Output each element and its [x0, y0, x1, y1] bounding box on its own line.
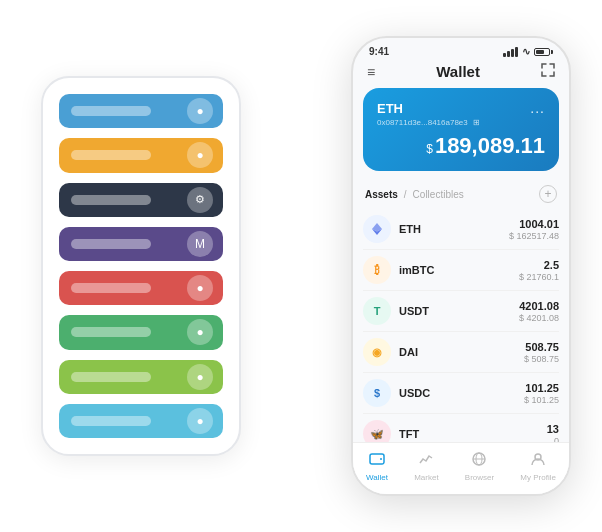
- card-icon-orange: ●: [187, 142, 213, 168]
- bg-phone: ● ● ⚙ M ● ● ● ●: [41, 76, 241, 456]
- market-nav-label: Market: [414, 473, 438, 482]
- wallet-nav-icon: [369, 451, 385, 471]
- imbtc-coin-icon: ₿: [363, 256, 391, 284]
- market-nav-icon: [418, 451, 434, 471]
- list-item: 🦋 TFT 13 0: [363, 414, 559, 442]
- wifi-icon: ∿: [522, 46, 530, 57]
- tft-name: TFT: [399, 428, 547, 440]
- wallet-balance: $189,089.11: [377, 133, 545, 159]
- bottom-nav: Wallet Market: [353, 442, 569, 494]
- wallet-nav-label: Wallet: [366, 473, 388, 482]
- card-row-lightblue: ●: [59, 404, 223, 438]
- dai-values: 508.75 $ 508.75: [524, 341, 559, 364]
- menu-icon[interactable]: ≡: [367, 64, 375, 80]
- eth-usd: $ 162517.48: [509, 231, 559, 241]
- card-icon-red: ●: [187, 275, 213, 301]
- card-icon-lightblue: ●: [187, 408, 213, 434]
- address-copy-icon[interactable]: ⊞: [473, 118, 480, 127]
- scene: ● ● ⚙ M ● ● ● ●: [11, 11, 591, 521]
- usdt-values: 4201.08 $ 4201.08: [519, 300, 559, 323]
- expand-icon[interactable]: [541, 63, 555, 80]
- usdt-usd: $ 4201.08: [519, 313, 559, 323]
- list-item: $ USDC 101.25 $ 101.25: [363, 373, 559, 414]
- dai-coin-icon: ◉: [363, 338, 391, 366]
- tft-values: 13 0: [547, 423, 559, 443]
- tft-coin-icon: 🦋: [363, 420, 391, 442]
- eth-amount: 1004.01: [509, 218, 559, 230]
- imbtc-name: imBTC: [399, 264, 519, 276]
- card-row-blue: ●: [59, 94, 223, 128]
- add-asset-button[interactable]: +: [539, 185, 557, 203]
- imbtc-usd: $ 21760.1: [519, 272, 559, 282]
- nav-wallet[interactable]: Wallet: [366, 451, 388, 482]
- card-row-green: ●: [59, 315, 223, 349]
- tab-collectibles[interactable]: Collectibles: [413, 189, 464, 200]
- profile-nav-label: My Profile: [520, 473, 556, 482]
- usdc-values: 101.25 $ 101.25: [524, 382, 559, 405]
- card-row-lightgreen: ●: [59, 360, 223, 394]
- browser-nav-label: Browser: [465, 473, 494, 482]
- tft-amount: 13: [547, 423, 559, 435]
- signal-icon: [503, 47, 518, 57]
- eth-values: 1004.01 $ 162517.48: [509, 218, 559, 241]
- wallet-more-button[interactable]: ...: [530, 100, 545, 116]
- usdc-amount: 101.25: [524, 382, 559, 394]
- dai-name: DAI: [399, 346, 524, 358]
- card-icon-lightgreen: ●: [187, 364, 213, 390]
- dai-usd: $ 508.75: [524, 354, 559, 364]
- card-row-dark: ⚙: [59, 183, 223, 217]
- status-icons: ∿: [503, 46, 553, 57]
- phone-header: ≡ Wallet: [353, 61, 569, 88]
- assets-tabs: Assets / Collectibles: [365, 189, 464, 200]
- card-icon-purple: M: [187, 231, 213, 257]
- card-row-purple: M: [59, 227, 223, 261]
- card-icon-dark: ⚙: [187, 187, 213, 213]
- header-title: Wallet: [436, 63, 480, 80]
- list-item: ₿ imBTC 2.5 $ 21760.1: [363, 250, 559, 291]
- assets-header: Assets / Collectibles +: [353, 181, 569, 209]
- card-icon-blue: ●: [187, 98, 213, 124]
- nav-market[interactable]: Market: [414, 451, 438, 482]
- wallet-address: 0x08711d3e...8416a78e3 ⊞: [377, 118, 545, 127]
- front-phone: 9:41 ∿: [351, 36, 571, 496]
- list-item: ETH 1004.01 $ 162517.48: [363, 209, 559, 250]
- asset-list: ETH 1004.01 $ 162517.48 ₿ imBTC 2.5 $ 21…: [353, 209, 569, 442]
- list-item: T USDT 4201.08 $ 4201.08: [363, 291, 559, 332]
- usdc-usd: $ 101.25: [524, 395, 559, 405]
- nav-browser[interactable]: Browser: [465, 451, 494, 482]
- status-bar: 9:41 ∿: [353, 38, 569, 61]
- browser-nav-icon: [471, 451, 487, 471]
- imbtc-values: 2.5 $ 21760.1: [519, 259, 559, 282]
- tab-divider: /: [404, 189, 407, 200]
- nav-profile[interactable]: My Profile: [520, 451, 556, 482]
- card-row-red: ●: [59, 271, 223, 305]
- wallet-coin-label: ETH: [377, 101, 403, 116]
- list-item: ◉ DAI 508.75 $ 508.75: [363, 332, 559, 373]
- wallet-card: ETH ... 0x08711d3e...8416a78e3 ⊞ $189,08…: [363, 88, 559, 171]
- usdc-name: USDC: [399, 387, 524, 399]
- dai-amount: 508.75: [524, 341, 559, 353]
- profile-nav-icon: [530, 451, 546, 471]
- eth-coin-icon: [363, 215, 391, 243]
- status-time: 9:41: [369, 46, 389, 57]
- usdt-name: USDT: [399, 305, 519, 317]
- usdt-coin-icon: T: [363, 297, 391, 325]
- usdt-amount: 4201.08: [519, 300, 559, 312]
- imbtc-amount: 2.5: [519, 259, 559, 271]
- card-row-orange: ●: [59, 138, 223, 172]
- wallet-card-top: ETH ...: [377, 100, 545, 116]
- usdc-coin-icon: $: [363, 379, 391, 407]
- battery-icon: [534, 48, 553, 56]
- phone-content: ETH ... 0x08711d3e...8416a78e3 ⊞ $189,08…: [353, 88, 569, 494]
- balance-symbol: $: [426, 142, 433, 156]
- eth-name: ETH: [399, 223, 509, 235]
- tab-assets[interactable]: Assets: [365, 189, 398, 200]
- card-icon-green: ●: [187, 319, 213, 345]
